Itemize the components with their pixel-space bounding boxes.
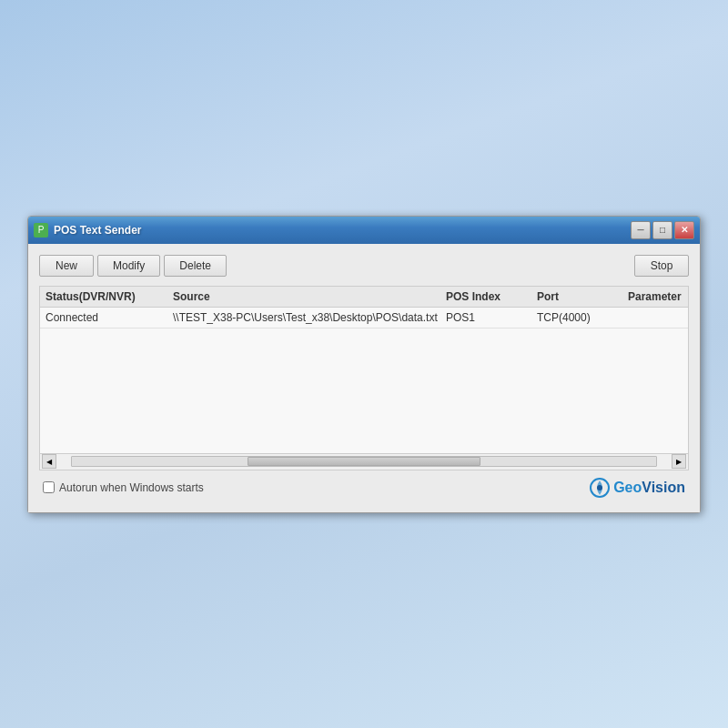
scroll-left-arrow[interactable]: ◀ — [42, 454, 56, 469]
window-body: New Modify Delete Stop Status(DVR/NVR) S… — [28, 244, 700, 512]
stop-button[interactable]: Stop — [634, 255, 689, 277]
cell-port: TCP(4000) — [537, 311, 628, 324]
cell-parameter — [628, 311, 689, 324]
geovision-logo: GeoVision — [590, 478, 685, 498]
table-header: Status(DVR/NVR) Source POS Index Port Pa… — [40, 287, 688, 308]
cell-status: Connected — [46, 311, 173, 324]
col-header-source: Source — [173, 290, 446, 303]
new-button[interactable]: New — [39, 255, 94, 277]
svg-point-1 — [597, 485, 602, 490]
scrollbar-track[interactable] — [71, 456, 657, 467]
desktop-background: P POS Text Sender ─ □ ✕ New Modify Delet… — [0, 0, 728, 728]
modify-button[interactable]: Modify — [97, 255, 160, 277]
main-window: P POS Text Sender ─ □ ✕ New Modify Delet… — [27, 216, 701, 513]
app-icon: P — [34, 223, 48, 238]
data-table: Status(DVR/NVR) Source POS Index Port Pa… — [39, 286, 689, 470]
autorun-label[interactable]: Autorun when Windows starts — [43, 481, 204, 494]
autorun-checkbox[interactable] — [43, 481, 55, 493]
cell-source: \\TEST_X38-PC\Users\Test_x38\Desktop\POS… — [173, 311, 446, 324]
toolbar-left: New Modify Delete — [39, 255, 227, 277]
col-header-parameter: Parameter — [628, 290, 689, 303]
close-button[interactable]: ✕ — [674, 221, 694, 239]
cell-pos-index: POS1 — [446, 311, 537, 324]
delete-button[interactable]: Delete — [164, 255, 227, 277]
title-bar: P POS Text Sender ─ □ ✕ — [28, 217, 700, 244]
table-row[interactable]: Connected \\TEST_X38-PC\Users\Test_x38\D… — [40, 308, 688, 329]
scroll-right-arrow[interactable]: ▶ — [672, 454, 686, 469]
geovision-icon — [590, 478, 610, 498]
autorun-text: Autorun when Windows starts — [59, 481, 204, 494]
logo-text: GeoVision — [613, 480, 685, 496]
minimize-button[interactable]: ─ — [631, 221, 651, 239]
title-bar-controls: ─ □ ✕ — [631, 221, 694, 239]
toolbar-right: Stop — [634, 255, 689, 277]
table-body: Connected \\TEST_X38-PC\Users\Test_x38\D… — [40, 308, 688, 453]
toolbar: New Modify Delete Stop — [39, 255, 689, 277]
col-header-status: Status(DVR/NVR) — [46, 290, 173, 303]
horizontal-scrollbar[interactable]: ◀ ▶ — [40, 453, 688, 470]
restore-button[interactable]: □ — [652, 221, 672, 239]
scrollbar-thumb[interactable] — [248, 457, 481, 466]
window-title: POS Text Sender — [54, 224, 631, 237]
footer: Autorun when Windows starts GeoVision — [39, 470, 689, 501]
col-header-port: Port — [537, 290, 628, 303]
col-header-pos: POS Index — [446, 290, 537, 303]
